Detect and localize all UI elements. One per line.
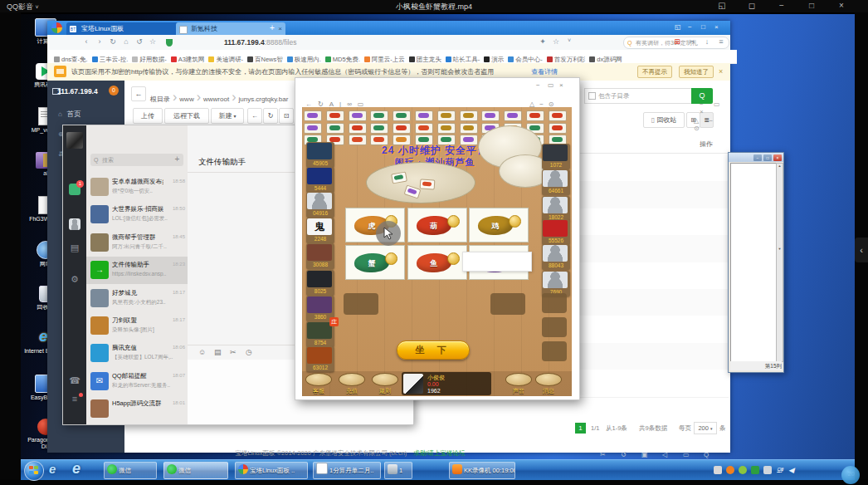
bet-cell-fish[interactable]: 鱼	[407, 245, 467, 280]
menu-icon[interactable]: ≡	[715, 37, 727, 46]
player-tool-icon[interactable]: ◁	[662, 451, 667, 458]
page-number-button[interactable]: 1	[575, 423, 586, 434]
chat-list-item[interactable]: →文件传输助手18:23https://linskedsv.ansp..	[86, 257, 188, 284]
chat-list-item[interactable]: 腾讯充值18:06【英雄联盟】LOL7周年,..	[86, 340, 188, 367]
download-icon[interactable]: ↓	[701, 37, 713, 46]
taskbar-button-kk[interactable]: KK录像机 00:19:00	[449, 462, 515, 479]
maximize-window-icon[interactable]: □	[701, 23, 705, 31]
minimize-window-icon[interactable]: −	[688, 23, 692, 31]
chat-list-item[interactable]: 好梦城兑18:17风里有类:小文档的23..	[86, 285, 188, 312]
favorite-star-icon[interactable]: ☆	[147, 37, 158, 46]
chevron-down-icon[interactable]: ˅	[563, 37, 575, 43]
empty-seat[interactable]	[542, 341, 567, 361]
notepad-scrollbar[interactable]: ▲▼	[776, 163, 783, 362]
tab-close-icon[interactable]: ×	[278, 22, 282, 35]
notepad-titlebar[interactable]: − □ ×	[729, 153, 783, 162]
chat-history-icon[interactable]: ◷	[246, 348, 252, 356]
player-close-icon[interactable]: ×	[835, 1, 848, 10]
upload-button[interactable]: 上传	[133, 108, 163, 124]
settings-gear-icon[interactable]: ⚙	[69, 273, 80, 285]
game-button-0[interactable]: 客服	[305, 373, 332, 394]
screenshot-icon[interactable]: ✂	[230, 348, 237, 356]
start-button[interactable]	[24, 461, 44, 481]
game-button-r0[interactable]: 声音	[505, 373, 532, 394]
browser-logo-icon[interactable]	[51, 22, 62, 33]
empty-seat[interactable]	[542, 317, 567, 337]
close-window-icon[interactable]: ×	[714, 23, 719, 31]
bet-slot[interactable]	[344, 293, 378, 315]
player-tool-icon[interactable]: ↺	[621, 451, 627, 458]
confirm-button[interactable]: 我知道了	[679, 66, 714, 78]
chat-list-item[interactable]: 安卓卓越微商发布尖18:58很*空0地一切安..	[86, 174, 188, 201]
breadcrumb-back-button[interactable]: ←	[131, 86, 146, 101]
chat-list-item[interactable]: 微商帮手管理群18:45阿万:出问青千取/二千..	[86, 229, 188, 257]
taskbar-button-360[interactable]: 宝塔Linux面板 ..	[235, 462, 308, 479]
chat-list-item[interactable]: 刀剑联盟18:17染释加头像:[图片]	[86, 312, 188, 340]
popup-icon[interactable]: ◻	[745, 1, 758, 10]
terminal-button[interactable]: ⊡	[279, 108, 294, 124]
network-tray-icon[interactable]	[763, 466, 772, 474]
file-icon[interactable]: ▤	[214, 348, 222, 356]
avatar[interactable]	[66, 132, 83, 149]
game-button-1[interactable]: 充值	[339, 373, 365, 394]
attach-window-icon[interactable]: ◱	[715, 1, 729, 10]
taskbar-button-notepad[interactable]: 1分算丹单二月..	[313, 462, 381, 479]
include-subdir-checkbox[interactable]	[588, 92, 596, 100]
keyboard-tray-icon[interactable]	[714, 466, 722, 474]
sidebar-item-home[interactable]: ⌂首页	[47, 105, 124, 122]
recycle-bin-button[interactable]: ▯ 回收站	[643, 112, 685, 128]
restore-window-icon[interactable]: ◱	[675, 23, 681, 31]
taskbar-button-wechat[interactable]: 微信	[163, 462, 228, 479]
refresh-button[interactable]: ↻	[263, 108, 278, 124]
notepad-maximize-icon[interactable]: □	[763, 154, 772, 161]
sit-down-button[interactable]: 坐 下	[397, 340, 470, 360]
chat-search-input[interactable]: 搜索	[90, 154, 177, 166]
player-tool-icon[interactable]: ▭	[683, 451, 690, 458]
notepad-close-icon[interactable]: ×	[773, 154, 782, 161]
remote-download-button[interactable]: 远程下载	[164, 108, 209, 124]
emoji-icon[interactable]: ☺	[198, 348, 206, 356]
volume-tray-icon[interactable]: ◀	[788, 466, 797, 474]
ie-taskbar-icon[interactable]: e	[49, 462, 56, 476]
url-text[interactable]: 111.67.199.4:8888/files	[224, 38, 296, 47]
per-page-select[interactable]: 200 ▾	[694, 422, 717, 434]
chat-list-item[interactable]: H5app源码交流群18:01	[86, 395, 188, 423]
taskbar-button-wechat[interactable]: 微信	[104, 462, 157, 479]
message-badge[interactable]: 0	[109, 86, 119, 96]
player-tool-icon[interactable]: ▣	[641, 451, 648, 458]
new-button[interactable]: 新建 ▾	[211, 108, 244, 124]
back-button[interactable]: ←	[247, 108, 262, 124]
notepad-content[interactable]	[730, 163, 778, 362]
new-tab-button[interactable]: +	[270, 23, 275, 32]
dismiss-button[interactable]: 不再提示	[637, 66, 672, 78]
contacts-icon[interactable]	[69, 218, 80, 230]
warning-close-icon[interactable]: ×	[719, 67, 723, 76]
playlist-toggle-arrow[interactable]: ‹	[855, 238, 868, 262]
player-minimize-icon[interactable]: −	[775, 1, 788, 10]
refresh-icon[interactable]: ↻	[107, 37, 119, 46]
phone-icon[interactable]: ☎	[69, 375, 80, 386]
bookmark-star-icon[interactable]: ☆	[550, 37, 562, 46]
game-maximize-icon[interactable]: ▭	[548, 81, 554, 89]
bet-slot[interactable]	[490, 293, 525, 315]
warning-details-link[interactable]: 查看详情	[531, 67, 558, 76]
chat-list-item[interactable]: 大世界娱乐·招商娱..18:50LOL:[微信红包]必需发..	[86, 201, 188, 228]
scissors-icon[interactable]: ✂	[686, 37, 698, 46]
forward-icon[interactable]: ›	[94, 37, 105, 46]
empty-seat[interactable]	[542, 293, 567, 313]
apps-grid-icon[interactable]: ⊞	[671, 37, 683, 46]
ie2-taskbar-icon[interactable]: e	[72, 460, 80, 478]
security-tray-icon[interactable]	[726, 466, 734, 474]
flash-icon[interactable]: ✦	[537, 37, 549, 46]
bet-cell-crab[interactable]: 蟹	[345, 245, 405, 280]
app-tray-icon[interactable]	[751, 466, 759, 474]
taskbar-button-printer[interactable]: 1	[384, 462, 412, 479]
folder-icon[interactable]: ▤	[69, 242, 80, 253]
player-maximize-icon[interactable]: □	[805, 1, 818, 10]
game-button-2[interactable]: 规则	[372, 373, 398, 394]
background-window-controls[interactable]: − ▭ ×	[700, 100, 730, 115]
bet-cell-rooster[interactable]: 鸡	[469, 208, 529, 242]
player-tool-icon[interactable]: ✂	[600, 451, 606, 458]
game-button-r1[interactable]: 消息	[535, 373, 562, 394]
bet-cell-gourd[interactable]: 葫	[407, 208, 467, 242]
